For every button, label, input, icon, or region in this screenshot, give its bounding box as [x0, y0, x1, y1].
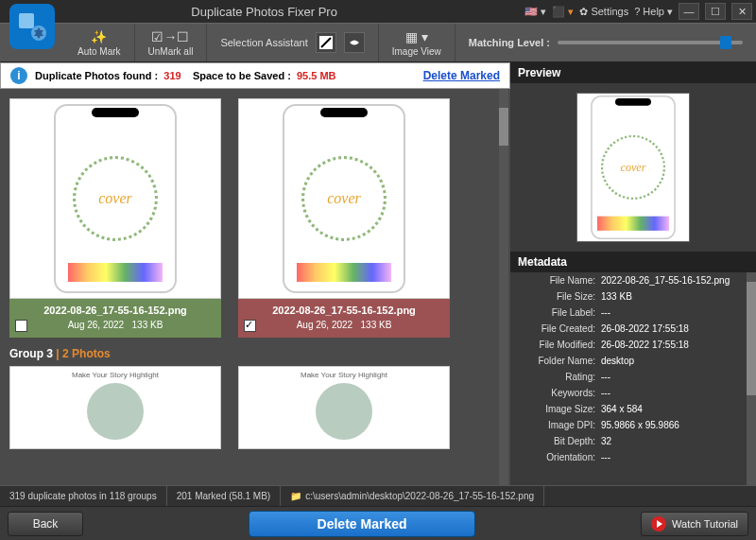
bottom-bar: Back Delete Marked Watch Tutorial: [0, 506, 756, 540]
matching-level-control: Matching Level :: [455, 24, 756, 61]
app-title: Duplicate Photos Fixer Pro: [4, 5, 524, 19]
matching-level-label: Matching Level :: [469, 37, 550, 48]
selection-assistant-label: Selection Assistant: [220, 37, 307, 48]
gallery: cover 2022-08-26_17-55-16-152.png Aug 26…: [0, 89, 510, 485]
metadata-row: Keywords:---: [510, 385, 756, 401]
left-pane: i Duplicate Photos found : 319 Space to …: [0, 62, 510, 485]
right-pane: Preview cover Metadata File Name:2022-08…: [510, 62, 756, 485]
folder-icon: 📁: [290, 491, 301, 501]
metadata-row: File Created:26-08-2022 17:55:18: [510, 321, 756, 337]
photo-thumbnail[interactable]: cover: [9, 98, 221, 299]
preview-header: Preview: [510, 62, 756, 83]
photo-filename: 2022-08-26_17-55-16-152.png: [242, 305, 446, 316]
info-icon: i: [10, 67, 27, 84]
svg-rect-0: [19, 13, 34, 28]
metadata-key: Bit Depth:: [516, 436, 601, 446]
watch-tutorial-button[interactable]: Watch Tutorial: [641, 512, 748, 536]
metadata-key: File Modified:: [516, 340, 601, 350]
metadata-value: 133 KB: [601, 291, 632, 302]
metadata-row: Image DPI:95.9866 x 95.9866: [510, 417, 756, 433]
flag-us-icon[interactable]: 🇺🇸 ▾: [524, 6, 546, 18]
delete-marked-button[interactable]: Delete Marked: [249, 511, 475, 537]
status-left: 319 duplicate photos in 118 groups: [0, 486, 167, 506]
preview-image: cover: [576, 93, 690, 242]
metadata-header: Metadata: [510, 252, 756, 272]
dup-label: Duplicate Photos found :: [35, 70, 158, 81]
metadata-value: ---: [601, 388, 610, 398]
slider-thumb[interactable]: [720, 36, 731, 49]
metadata-key: File Created:: [516, 323, 601, 334]
grid-icon: ▦ ▾: [405, 29, 428, 44]
metadata-value: ---: [601, 372, 610, 382]
metadata-key: Folder Name:: [516, 356, 601, 366]
photo-thumbnail[interactable]: cover: [238, 98, 450, 299]
metadata-value: 364 x 584: [601, 404, 643, 414]
auto-mark-button[interactable]: ✨Auto Mark: [64, 24, 135, 61]
status-bar: 319 duplicate photos in 118 groups 201 M…: [0, 485, 756, 506]
metadata-row: Folder Name:desktop: [510, 353, 756, 369]
selection-mode-2-button[interactable]: [344, 32, 365, 53]
unmark-all-button[interactable]: ☑→☐UnMark all: [135, 24, 208, 61]
metadata-value: 32: [601, 436, 611, 446]
toolbar: ✨Auto Mark ☑→☐UnMark all Selection Assis…: [0, 23, 756, 62]
metadata-key: Image Size:: [516, 404, 601, 414]
metadata-value: 26-08-2022 17:55:18: [601, 340, 689, 350]
metadata-value: 26-08-2022 17:55:18: [601, 323, 689, 334]
play-icon: [651, 516, 666, 531]
metadata-key: Orientation:: [516, 452, 601, 462]
photo-checkbox[interactable]: [244, 320, 256, 332]
maximize-button[interactable]: ☐: [705, 3, 726, 20]
metadata-row: File Modified:26-08-2022 17:55:18: [510, 337, 756, 353]
photo-checkbox[interactable]: [15, 320, 27, 332]
info-bar: i Duplicate Photos found : 319 Space to …: [0, 62, 510, 89]
photo-card[interactable]: cover 2022-08-26_17-55-16-152.png Aug 26…: [9, 98, 221, 338]
flag-secondary-icon[interactable]: ⬛ ▾: [552, 6, 574, 18]
metadata-scrollbar[interactable]: [747, 272, 756, 485]
photo-filename: 2022-08-26_17-55-16-152.png: [13, 305, 217, 316]
metadata-list: File Name:2022-08-26_17-55-16-152.pngFil…: [510, 272, 756, 485]
minimize-button[interactable]: —: [679, 3, 699, 20]
scrollbar-thumb[interactable]: [499, 108, 508, 146]
space-value: 95.5 MB: [297, 70, 336, 81]
metadata-value: 95.9866 x 95.9866: [601, 420, 679, 430]
metadata-value: desktop: [601, 356, 634, 366]
selection-assistant-group: Selection Assistant: [207, 24, 378, 61]
image-view-button[interactable]: ▦ ▾Image View: [379, 24, 455, 61]
preview-area: cover: [510, 83, 756, 252]
metadata-row: Image Size:364 x 584: [510, 401, 756, 417]
metadata-row: File Size:133 KB: [510, 288, 756, 305]
metadata-row: Orientation:---: [510, 449, 756, 465]
photo-card[interactable]: Make Your Story Highlight: [238, 366, 450, 449]
metadata-row: File Label:---: [510, 305, 756, 321]
photo-meta: 2022-08-26_17-55-16-152.png Aug 26, 2022…: [9, 299, 221, 338]
metadata-key: File Size:: [516, 291, 601, 302]
matching-level-slider[interactable]: [558, 41, 743, 44]
app-logo: [9, 4, 55, 49]
space-label: Space to be Saved :: [193, 70, 291, 81]
dup-count: 319: [163, 70, 180, 81]
metadata-value: ---: [601, 452, 610, 462]
photo-card[interactable]: Make Your Story Highlight: [9, 366, 221, 449]
metadata-key: Keywords:: [516, 388, 601, 398]
metadata-row: File Name:2022-08-26_17-55-16-152.png: [510, 272, 756, 288]
scrollbar-thumb[interactable]: [747, 282, 756, 395]
status-path: 📁c:\users\admin\desktop\2022-08-26_17-55…: [281, 486, 544, 506]
unmark-icon: ☑→☐: [151, 29, 189, 44]
photo-card[interactable]: cover 2022-08-26_17-55-16-152.png Aug 26…: [238, 98, 450, 338]
metadata-row: Bit Depth:32: [510, 433, 756, 449]
delete-marked-link[interactable]: Delete Marked: [423, 69, 500, 82]
status-marked: 201 Marked (58.1 MB): [167, 486, 282, 506]
close-button[interactable]: ✕: [731, 3, 752, 20]
group-header: Group 3 | 2 Photos: [9, 347, 501, 360]
wand-icon: ✨: [91, 29, 107, 44]
metadata-row: Rating:---: [510, 369, 756, 385]
metadata-key: File Name:: [516, 275, 601, 286]
help-link[interactable]: ? Help ▾: [634, 6, 673, 18]
gallery-scrollbar[interactable]: [499, 89, 508, 485]
metadata-value: 2022-08-26_17-55-16-152.png: [601, 275, 730, 286]
back-button[interactable]: Back: [8, 512, 83, 536]
metadata-value: ---: [601, 307, 610, 318]
settings-link[interactable]: ✿ Settings: [579, 6, 628, 18]
metadata-key: Image DPI:: [516, 420, 601, 430]
selection-mode-1-button[interactable]: [316, 32, 336, 53]
